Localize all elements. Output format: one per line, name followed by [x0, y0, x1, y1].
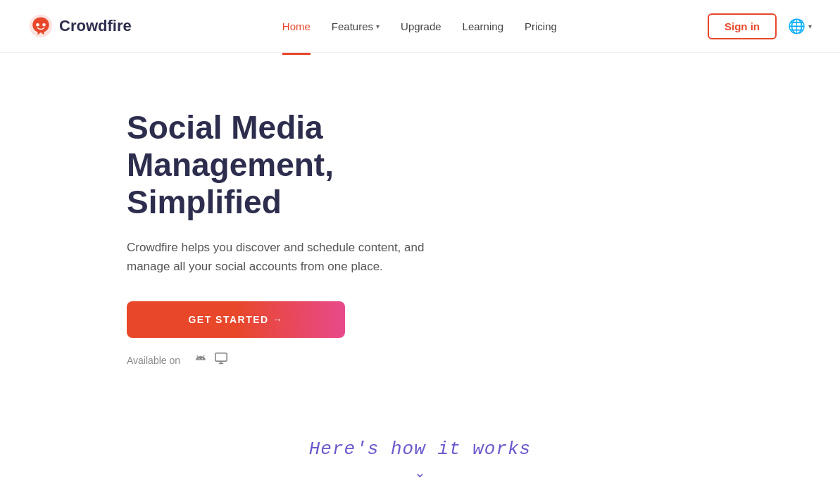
nav-pricing[interactable]: Pricing: [525, 18, 557, 35]
svg-point-4: [202, 358, 203, 360]
hero-section: Social Media Management, Simplified Crow…: [0, 53, 840, 396]
globe-icon: 🌐: [788, 18, 805, 34]
nav-learning[interactable]: Learning: [463, 18, 503, 35]
site-header: Crowdfire Home Features ▾ Upgrade Learni…: [0, 0, 840, 53]
hero-subtitle: Crowdfire helps you discover and schedul…: [127, 238, 465, 276]
desktop-icon: [214, 352, 228, 368]
signin-button[interactable]: Sign in: [708, 13, 777, 39]
main-content: Social Media Management, Simplified Crow…: [0, 53, 840, 504]
svg-point-1: [36, 23, 39, 27]
svg-rect-5: [215, 353, 227, 361]
available-on-label: Available on: [127, 355, 180, 366]
features-chevron-icon: ▾: [376, 23, 380, 30]
logo-text: Crowdfire: [59, 17, 132, 35]
language-chevron-icon: ▾: [808, 23, 812, 30]
logo[interactable]: Crowdfire: [28, 13, 132, 39]
get-started-button[interactable]: GET STARTED →: [127, 301, 345, 338]
header-right: Sign in 🌐 ▾: [708, 13, 812, 39]
nav-upgrade[interactable]: Upgrade: [401, 18, 441, 35]
main-nav: Home Features ▾ Upgrade Learning Pricing: [282, 18, 557, 35]
nav-features[interactable]: Features ▾: [332, 18, 380, 35]
nav-home[interactable]: Home: [282, 18, 311, 35]
language-selector[interactable]: 🌐 ▾: [788, 18, 812, 34]
how-it-works-chevron-icon: ⌄: [0, 464, 840, 481]
svg-point-2: [42, 23, 46, 27]
available-on: Available on: [127, 352, 812, 368]
hero-title: Social Media Management, Simplified: [127, 109, 493, 221]
how-it-works-label: Here's how it works: [0, 439, 840, 460]
how-it-works-section: Here's how it works ⌄: [0, 439, 840, 504]
crowdfire-logo-icon: [28, 13, 54, 39]
svg-point-3: [199, 358, 200, 360]
android-icon: [194, 352, 207, 368]
platform-icons: [187, 352, 228, 368]
